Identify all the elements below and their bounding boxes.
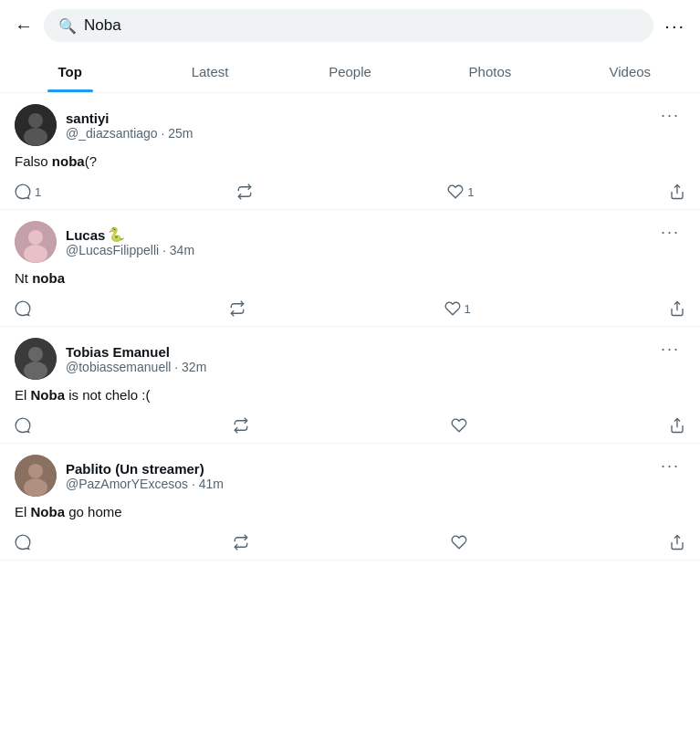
display-name: Tobias Emanuel <box>66 344 206 360</box>
tabs-bar: Top Latest People Photos Videos <box>0 51 700 93</box>
tweet-actions: 1 <box>15 297 685 326</box>
retweet-button[interactable] <box>233 534 249 550</box>
svg-point-10 <box>24 362 47 380</box>
avatar <box>15 455 57 497</box>
avatar <box>15 338 57 380</box>
svg-point-9 <box>28 347 43 362</box>
reply-button[interactable] <box>15 417 31 434</box>
share-button[interactable] <box>669 417 685 434</box>
tweet-header: Tobias Emanuel @tobiassemanuell · 32m ··… <box>15 338 685 380</box>
reply-button[interactable] <box>15 300 31 317</box>
tweet-body: Falso noba(? <box>15 152 685 171</box>
tab-people[interactable]: People <box>280 51 420 92</box>
retweet-button[interactable] <box>229 300 246 317</box>
reply-button[interactable]: 1 <box>15 184 41 200</box>
like-button[interactable]: 1 <box>444 300 471 317</box>
display-name: Lucas 🐍 <box>66 226 194 243</box>
tweet-body: El Noba go home <box>15 502 685 521</box>
tweet-more-button[interactable]: ··· <box>655 221 685 244</box>
verified-badge: 🐍 <box>108 226 125 243</box>
svg-point-5 <box>28 230 43 245</box>
more-options-button[interactable]: ··· <box>664 16 685 37</box>
display-name: santiyi <box>66 110 193 126</box>
tweet-header: santiyi @_diazsantiago · 25m ··· <box>15 104 685 146</box>
tweet-list: santiyi @_diazsantiago · 25m ··· Falso n… <box>0 93 700 561</box>
tweet-card: santiyi @_diazsantiago · 25m ··· Falso n… <box>0 93 700 210</box>
tab-top[interactable]: Top <box>0 51 140 92</box>
svg-point-2 <box>24 128 47 146</box>
tab-latest[interactable]: Latest <box>140 51 279 92</box>
like-button[interactable] <box>451 534 467 550</box>
back-button[interactable]: ← <box>15 16 33 37</box>
like-button[interactable]: 1 <box>447 184 474 200</box>
display-name: Pablito (Un streamer) <box>66 461 224 477</box>
retweet-button[interactable] <box>236 184 253 200</box>
handle-time: @_diazsantiago · 25m <box>66 126 193 141</box>
share-button[interactable] <box>669 300 685 317</box>
svg-point-6 <box>24 245 47 263</box>
tweet-more-button[interactable]: ··· <box>655 338 685 361</box>
svg-point-1 <box>28 113 43 128</box>
svg-point-14 <box>24 478 47 497</box>
handle-time: @PazAmorYExcesos · 41m <box>66 477 224 491</box>
reply-button[interactable] <box>15 534 31 550</box>
reply-count: 1 <box>35 185 41 199</box>
tweet-header: Lucas 🐍 @LucasFilippelli · 34m ··· <box>15 221 685 263</box>
tweet-card: Lucas 🐍 @LucasFilippelli · 34m ··· Nt no… <box>0 210 700 327</box>
search-icon: 🔍 <box>58 17 77 35</box>
share-button[interactable] <box>669 534 685 550</box>
tweet-actions: 1 1 <box>15 180 685 209</box>
tweet-body: Nt noba <box>15 268 685 288</box>
header: ← 🔍 Noba ··· <box>0 0 700 51</box>
like-button[interactable] <box>451 417 467 434</box>
avatar <box>15 104 57 146</box>
handle-time: @tobiassemanuell · 32m <box>66 360 206 374</box>
tweet-actions <box>15 530 685 560</box>
search-value: Noba <box>84 16 121 35</box>
tweet-card: Pablito (Un streamer) @PazAmorYExcesos ·… <box>0 444 700 561</box>
tweet-more-button[interactable]: ··· <box>655 104 685 127</box>
handle-time: @LucasFilippelli · 34m <box>66 243 194 257</box>
search-bar[interactable]: 🔍 Noba <box>44 9 653 42</box>
tweet-card: Tobias Emanuel @tobiassemanuell · 32m ··… <box>0 327 700 444</box>
avatar <box>15 221 57 263</box>
retweet-button[interactable] <box>233 417 249 434</box>
tab-videos[interactable]: Videos <box>560 51 700 92</box>
like-count: 1 <box>467 185 474 199</box>
tweet-header: Pablito (Un streamer) @PazAmorYExcesos ·… <box>15 455 685 497</box>
tweet-more-button[interactable]: ··· <box>655 455 685 477</box>
tweet-actions <box>15 414 685 443</box>
tweet-body: El Noba is not chelo :( <box>15 385 685 404</box>
tab-photos[interactable]: Photos <box>420 51 559 92</box>
svg-point-13 <box>28 464 43 478</box>
share-button[interactable] <box>669 184 685 200</box>
like-count: 1 <box>465 302 471 316</box>
